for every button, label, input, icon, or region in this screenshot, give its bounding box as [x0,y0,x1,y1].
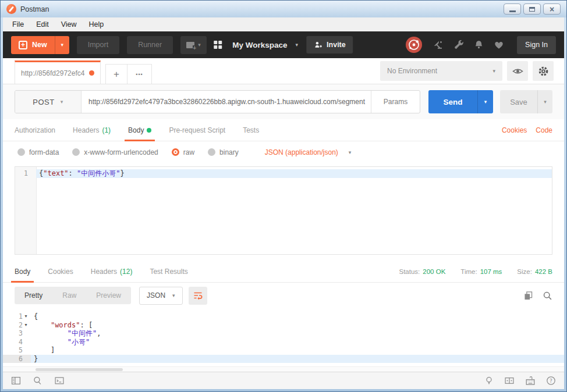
environment-selector[interactable]: No Environment ▾ [380,61,502,81]
new-button-group: + New ▾ [11,36,69,54]
maximize-button[interactable] [523,3,541,15]
time-badge: Time:107 ms [460,268,502,275]
capture-requests-icon[interactable] [433,40,444,51]
postman-logo-icon [6,4,16,14]
menu-edit[interactable]: Edit [36,20,49,28]
notifications-bell-icon[interactable] [474,40,484,50]
tips-bulb-icon[interactable] [484,376,494,386]
params-button[interactable]: Params [371,91,420,113]
cookies-link[interactable]: Cookies [502,126,527,134]
tab-response-cookies[interactable]: Cookies [48,261,73,282]
sign-in-button[interactable]: Sign In [517,36,556,54]
menu-file[interactable]: File [12,20,24,28]
search-icon[interactable] [33,376,42,386]
line-number: 1▾ [3,312,31,321]
mode-binary[interactable]: binary [208,148,239,156]
content-type-selector[interactable]: JSON (application/json) ▾ [265,148,352,156]
method-selector[interactable]: POST ▾ [15,91,81,113]
code-text[interactable]: "中间件", [31,329,564,338]
view-preview-button[interactable]: Preview [86,287,131,304]
mode-x-www-form-urlencoded[interactable]: x-www-form-urlencoded [72,148,158,156]
tab-response-body[interactable]: Body [15,261,30,282]
statusbar-left [11,376,65,386]
console-icon[interactable] [54,376,65,386]
workspace-selector[interactable]: My Workspace [232,41,287,49]
code-text[interactable]: "小哥" [31,338,564,347]
tab-headers[interactable]: Headers (1) [73,119,111,141]
code-line[interactable]: 1▾{ [3,312,564,321]
toggle-sidebar-icon[interactable] [11,376,21,386]
code-link[interactable]: Code [536,126,552,134]
code-line[interactable]: 4 "小哥" [3,338,564,347]
code-text[interactable]: "words": [ [31,321,564,330]
tab-pre-request-script[interactable]: Pre-request Script [169,119,225,141]
format-selector[interactable]: JSON ▾ [139,287,183,305]
view-raw-button[interactable]: Raw [52,287,86,304]
search-response-icon[interactable] [543,291,552,301]
environment-quicklook-button[interactable] [507,61,528,81]
new-window-button[interactable]: ▾ [180,36,207,54]
code-line[interactable]: 6} [3,355,564,364]
mode-label: x-www-form-urlencoded [84,148,158,156]
two-pane-view-icon[interactable] [504,376,515,386]
code-line[interactable]: 1{"text": "中间件小哥"} [15,169,552,178]
menu-view[interactable]: View [61,20,77,28]
tab-response-headers[interactable]: Headers (12) [91,261,133,282]
save-dropdown-button[interactable]: ▾ [537,90,552,113]
new-dropdown-button[interactable]: ▾ [55,36,69,54]
open-new-tab-button[interactable]: + [105,64,127,84]
response-view-controls: Pretty Raw Preview JSON ▾ [3,283,564,308]
tab-options-button[interactable]: ••• [127,64,152,84]
settings-button[interactable] [533,61,554,81]
menu-help[interactable]: Help [89,20,104,28]
code-text[interactable]: { [31,312,564,321]
keyboard-shortcuts-icon[interactable] [525,376,536,386]
tab-authorization[interactable]: Authorization [15,119,55,141]
close-icon: × [550,5,554,13]
close-button[interactable]: × [543,3,561,15]
horizontal-scrollbar[interactable] [3,366,564,372]
invite-label: Invite [327,41,346,49]
save-button[interactable]: Save [500,90,537,113]
help-icon[interactable]: ? [546,376,556,386]
import-button[interactable]: Import [77,36,119,54]
new-button[interactable]: + New [11,36,55,54]
favorites-heart-icon[interactable] [494,40,504,50]
request-tab-active[interactable]: http://856fd2972efc47 [15,60,101,84]
view-pretty-button[interactable]: Pretty [15,287,52,304]
url-input[interactable]: http://856fd2972efc4797a3bce32860226bb8.… [81,91,371,113]
mode-label: raw [183,148,194,156]
send-button-group: Send ▾ [428,90,493,113]
format-caret-icon: ▾ [172,293,175,298]
code-text[interactable]: ] [31,346,564,355]
send-dropdown-button[interactable]: ▾ [477,90,493,113]
tab-label: Authorization [15,126,55,134]
tab-tests[interactable]: Tests [243,119,259,141]
mode-form-data[interactable]: form-data [17,148,59,156]
mode-raw[interactable]: raw [172,148,194,156]
copy-icon[interactable] [523,291,533,301]
response-body-editor[interactable]: 1▾{2▾ "words": [3 "中间件",4 "小哥"5 ]6} [3,308,564,366]
wrap-text-button[interactable] [189,287,207,305]
tab-test-results[interactable]: Test Results [150,261,187,282]
code-line[interactable]: 3 "中间件", [3,329,564,338]
scrollbar-thumb[interactable] [36,368,123,371]
workspace-caret-icon[interactable]: ▾ [296,42,299,48]
invite-button[interactable]: Invite [306,36,353,54]
code-line[interactable]: 5 ] [3,346,564,355]
request-body-editor[interactable]: 1{"text": "中间件小哥"} [15,166,552,255]
tab-label: Headers [91,268,117,276]
code-text[interactable]: } [31,355,564,364]
send-button[interactable]: Send [428,90,477,113]
runner-button[interactable]: Runner [127,36,173,54]
workspace-grid-icon [214,41,222,49]
radio-icon [72,148,80,156]
window-controls: × [504,3,561,15]
settings-wrench-icon[interactable] [453,40,464,50]
tab-body[interactable]: Body [128,119,151,141]
code-text[interactable]: {"text": "中间件小哥"} [36,169,552,178]
minimize-button[interactable] [504,3,521,15]
code-line[interactable]: 2▾ "words": [ [3,321,564,330]
new-window-icon [186,42,194,48]
sync-status-icon[interactable] [405,36,423,54]
